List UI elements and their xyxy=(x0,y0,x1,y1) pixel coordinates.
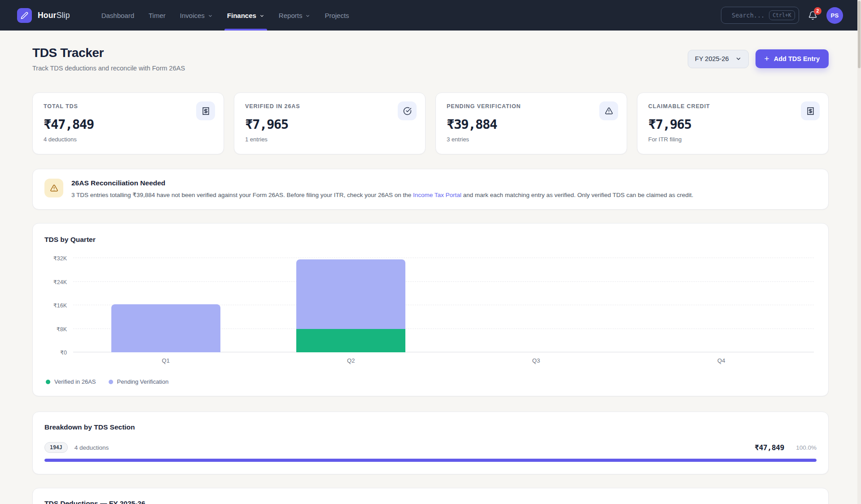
user-avatar[interactable]: PS xyxy=(826,7,843,24)
alert-title: 26AS Reconciliation Needed xyxy=(71,179,694,187)
bar-q2 xyxy=(259,258,444,352)
stat-subtext: 1 entries xyxy=(245,136,414,143)
nav-item-finances[interactable]: Finances xyxy=(220,0,272,31)
vertical-scrollbar xyxy=(857,0,861,504)
add-tds-entry-button[interactable]: + Add TDS Entry xyxy=(756,49,829,68)
stat-label: TOTAL TDS xyxy=(44,103,213,110)
brand-name: HourSlip xyxy=(38,11,70,20)
nav-item-reports[interactable]: Reports xyxy=(272,0,318,31)
y-axis-tick-label: ₹16K xyxy=(44,302,67,309)
stat-card-claimable: CLAIMABLE CREDIT ₹7,965 For ITR filing xyxy=(637,92,829,154)
stat-cards-row: TOTAL TDS ₹47,849 4 deductions VERIFIED … xyxy=(32,92,829,154)
bar-segment xyxy=(296,259,405,329)
tds-deductions-table-card: TDS Deductions — FY 2025-26 DATECLIENTIN… xyxy=(32,488,829,504)
stat-subtext: For ITR filing xyxy=(648,136,817,143)
keyboard-shortcut-badge: Ctrl+K xyxy=(769,10,795,20)
receipt-icon xyxy=(196,101,215,120)
section-percent: 100.0% xyxy=(793,444,817,451)
stat-label: PENDING VERIFICATION xyxy=(447,103,616,110)
legend-item-verified: Verified in 26AS xyxy=(46,378,96,385)
x-axis-tick-label: Q4 xyxy=(629,357,814,364)
top-navbar: HourSlip Dashboard Timer Invoices Financ… xyxy=(0,0,861,31)
stat-value: ₹7,965 xyxy=(648,117,817,132)
receipt-icon xyxy=(801,101,820,120)
bar-q1 xyxy=(73,258,259,352)
primary-nav: Dashboard Timer Invoices Finances Report… xyxy=(94,0,356,31)
stat-subtext: 3 entries xyxy=(447,136,616,143)
pen-logo-icon xyxy=(17,8,32,23)
fiscal-year-select[interactable]: FY 2025-26 xyxy=(688,50,749,68)
search-placeholder: Search... xyxy=(732,12,764,19)
notification-count-badge: 2 xyxy=(814,7,821,15)
notifications-button[interactable]: 2 xyxy=(808,11,817,20)
y-axis-tick-label: ₹24K xyxy=(44,278,67,285)
section-progress-fill xyxy=(44,459,817,462)
chart-bars xyxy=(73,258,814,352)
breakdown-title: Breakdown by TDS Section xyxy=(44,423,817,431)
scrollbar-thumb[interactable] xyxy=(858,1,861,68)
stat-card-total-tds: TOTAL TDS ₹47,849 4 deductions xyxy=(32,92,224,154)
x-axis-tick-label: Q2 xyxy=(259,357,444,364)
chart-plot: ₹0₹8K₹16K₹24K₹32K xyxy=(73,258,814,352)
legend-dot-purple xyxy=(109,380,113,384)
chart-title: TDS by Quarter xyxy=(44,236,817,244)
bar-q3 xyxy=(444,258,629,352)
bar-segment xyxy=(111,304,220,352)
legend-dot-green xyxy=(46,380,50,384)
x-axis-tick-label: Q3 xyxy=(444,357,629,364)
alert-triangle-icon xyxy=(599,101,618,120)
fiscal-year-value: FY 2025-26 xyxy=(695,55,729,62)
nav-item-dashboard[interactable]: Dashboard xyxy=(94,0,141,31)
stat-label: VERIFIED IN 26AS xyxy=(245,103,414,110)
page-title: TDS Tracker xyxy=(32,46,185,60)
y-axis-tick-label: ₹8K xyxy=(44,325,67,332)
section-badge: 194J xyxy=(44,442,68,453)
nav-item-timer[interactable]: Timer xyxy=(141,0,173,31)
stat-value: ₹47,849 xyxy=(44,117,213,132)
stat-value: ₹39,884 xyxy=(447,117,616,132)
breakdown-row-194j: 194J 4 deductions ₹47,849 100.0% xyxy=(44,442,817,453)
section-progress-track xyxy=(44,459,817,462)
search-input[interactable]: Search... Ctrl+K xyxy=(721,7,799,24)
stat-subtext: 4 deductions xyxy=(44,136,213,143)
chart-x-axis-labels: Q1Q2Q3Q4 xyxy=(73,357,814,364)
plus-icon: + xyxy=(764,54,769,63)
chevron-down-icon xyxy=(259,13,264,18)
bar-q4 xyxy=(629,258,814,352)
page-subtitle: Track TDS deductions and reconcile with … xyxy=(32,65,185,72)
section-amount: ₹47,849 xyxy=(755,443,784,452)
y-axis-tick-label: ₹32K xyxy=(44,255,67,262)
y-axis-tick-label: ₹0 xyxy=(44,349,67,356)
legend-item-pending: Pending Verification xyxy=(109,378,169,385)
chevron-down-icon xyxy=(305,13,310,18)
breakdown-by-section-card: Breakdown by TDS Section 194J 4 deductio… xyxy=(32,412,829,474)
deduction-count: 4 deductions xyxy=(75,444,109,451)
stat-value: ₹7,965 xyxy=(245,117,414,132)
stat-card-pending: PENDING VERIFICATION ₹39,884 3 entries xyxy=(435,92,627,154)
warning-triangle-icon xyxy=(44,179,63,197)
check-circle-icon xyxy=(398,101,417,120)
x-axis-tick-label: Q1 xyxy=(73,357,259,364)
bar-segment xyxy=(296,329,405,352)
stat-label: CLAIMABLE CREDIT xyxy=(648,103,817,110)
chart-legend: Verified in 26AS Pending Verification xyxy=(44,378,817,385)
tds-by-quarter-chart-card: TDS by Quarter ₹0₹8K₹16K₹24K₹32K Q1Q2Q3Q… xyxy=(32,223,829,396)
brand-logo[interactable]: HourSlip xyxy=(17,8,70,23)
stat-card-verified: VERIFIED IN 26AS ₹7,965 1 entries xyxy=(234,92,426,154)
chevron-down-icon xyxy=(208,13,213,18)
nav-item-projects[interactable]: Projects xyxy=(317,0,356,31)
chevron-down-icon xyxy=(735,56,742,62)
nav-item-invoices[interactable]: Invoices xyxy=(173,0,220,31)
income-tax-portal-link[interactable]: Income Tax Portal xyxy=(413,192,461,198)
table-title: TDS Deductions — FY 2025-26 xyxy=(33,500,828,504)
reconciliation-alert: 26AS Reconciliation Needed 3 TDS entries… xyxy=(32,169,829,210)
alert-body: 3 TDS entries totalling ₹39,884 have not… xyxy=(71,191,694,200)
